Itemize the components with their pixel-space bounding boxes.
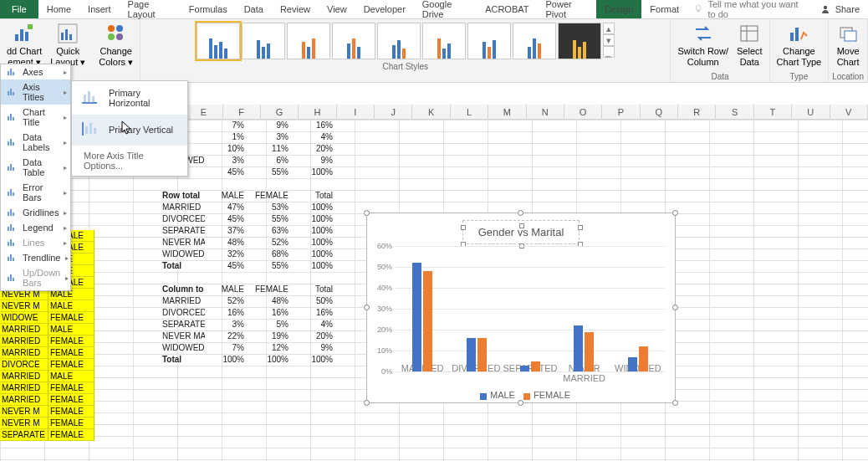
list-item[interactable]: NEVER MMALE — [0, 300, 94, 312]
chart-style-9[interactable] — [558, 23, 601, 59]
table-row[interactable]: MARRIED52%48%50% — [161, 295, 338, 307]
list-item[interactable]: MARRIEDFEMALE — [0, 336, 94, 347]
bar[interactable] — [531, 361, 540, 372]
chart-style-7[interactable] — [467, 23, 511, 59]
col-header[interactable]: Q — [641, 105, 678, 119]
col-header[interactable]: K — [412, 105, 450, 119]
col-header[interactable]: V — [830, 105, 868, 119]
resize-handle[interactable] — [518, 400, 523, 406]
menu-item-axis-titles[interactable]: Axis Titles▸ — [1, 79, 70, 105]
tab-formulas[interactable]: Formulas — [181, 0, 236, 18]
col-header[interactable]: T — [754, 105, 792, 119]
col-header[interactable]: H — [299, 105, 336, 119]
col-header[interactable]: L — [451, 105, 488, 119]
plot-area[interactable]: 0%10%20%30%40%50%60%MARRIEDDIVORCEDSEPAR… — [396, 246, 665, 371]
gallery-scroll-up-icon[interactable]: ▴ — [603, 23, 615, 34]
table-row[interactable]: SEPARATE3%5%4% — [161, 319, 338, 330]
bar-group[interactable] — [396, 246, 449, 371]
col-header[interactable]: E — [185, 105, 222, 119]
change-colors-button[interactable]: Change Colors ▾ — [95, 21, 136, 69]
change-chart-type-button[interactable]: Change Chart Type — [774, 21, 825, 69]
more-axis-title-options[interactable]: More Axis Title Options... — [72, 145, 187, 176]
menu-item-error-bars[interactable]: Error Bars▸ — [1, 180, 70, 205]
bar[interactable] — [639, 346, 648, 371]
table-row[interactable] — [161, 178, 338, 190]
resize-handle[interactable] — [672, 400, 678, 406]
tab-data[interactable]: Data — [236, 0, 272, 18]
col-header[interactable]: J — [375, 105, 412, 119]
chart-style-8[interactable] — [513, 23, 556, 59]
resize-handle[interactable] — [364, 400, 370, 406]
menu-item-trendline[interactable]: Trendline▸ — [1, 250, 70, 265]
add-chart-element-button[interactable]: dd Chart ement ▾ — [3, 21, 45, 69]
move-chart-button[interactable]: Move Chart — [834, 21, 863, 69]
list-item[interactable]: SEPARATEFEMALE — [0, 429, 94, 441]
bar[interactable] — [467, 338, 476, 371]
chart-style-1[interactable] — [197, 23, 240, 59]
table-row[interactable]: NEVER MA48%52%100% — [161, 237, 338, 248]
title-handle[interactable] — [461, 225, 466, 230]
primary-horizontal-item[interactable]: Primary Horizontal — [72, 81, 187, 115]
bar[interactable] — [423, 271, 432, 371]
table-row[interactable]: Column toMALEFEMALETotal — [161, 284, 338, 295]
table-row[interactable]: Total45%55%100% — [161, 260, 338, 272]
bar-group[interactable] — [611, 246, 665, 371]
table-row[interactable]: WIDOWED32%68%100% — [161, 248, 338, 260]
col-header[interactable]: U — [792, 105, 830, 119]
table-row[interactable]: DIVORCED45%55%100% — [161, 213, 338, 225]
col-header[interactable]: R — [678, 105, 716, 119]
chart-legend[interactable]: MALEFEMALE — [367, 390, 675, 400]
col-header[interactable]: M — [488, 105, 526, 119]
list-item[interactable]: MARRIEDMALE — [0, 324, 94, 336]
list-item[interactable]: MARRIEDFEMALE — [0, 382, 94, 394]
tab-home[interactable]: Home — [38, 0, 79, 18]
tell-me[interactable]: Tell me what you want to do — [687, 0, 811, 18]
menu-item-chart-title[interactable]: Chart Title▸ — [1, 105, 70, 130]
tab-power-pivot[interactable]: Power Pivot — [537, 0, 596, 18]
embedded-chart[interactable]: Gender vs Marital 0%10%20%30%40%50%60%MA… — [366, 213, 676, 403]
table-row[interactable]: Row totalMALEFEMALETotal — [161, 190, 338, 202]
col-header[interactable]: S — [716, 105, 753, 119]
tab-design[interactable]: Design — [596, 0, 641, 18]
list-item[interactable]: WIDOWEFEMALE — [0, 312, 94, 324]
chart-style-2[interactable] — [242, 23, 285, 59]
table-row[interactable]: Total100%100%100% — [161, 354, 338, 366]
tab-page-layout[interactable]: Page Layout — [120, 0, 181, 18]
tab-google-drive[interactable]: Google Drive — [414, 0, 477, 18]
share-button[interactable]: Share — [812, 0, 868, 18]
tab-review[interactable]: Review — [272, 0, 319, 18]
col-header[interactable]: I — [337, 105, 375, 119]
menu-item-data-table[interactable]: Data Table▸ — [1, 155, 70, 180]
tab-view[interactable]: View — [319, 0, 355, 18]
bar[interactable] — [574, 325, 583, 371]
chart-style-4[interactable] — [332, 23, 375, 59]
resize-handle[interactable] — [672, 210, 678, 216]
title-handle[interactable] — [519, 223, 524, 228]
chart-style-3[interactable] — [287, 23, 330, 59]
menu-item-axes[interactable]: Axes▸ — [1, 64, 70, 79]
bar[interactable] — [628, 357, 637, 372]
gallery-more-icon[interactable]: ⎯ — [603, 46, 615, 58]
bar[interactable] — [412, 263, 421, 371]
bar[interactable] — [477, 338, 487, 371]
switch-row-column-button[interactable]: Switch Row/ Column — [674, 21, 732, 69]
list-item[interactable]: DIVORCEFEMALE — [0, 359, 94, 371]
menu-item-gridlines[interactable]: Gridlines▸ — [1, 205, 70, 220]
primary-vertical-item[interactable]: Primary Vertical — [72, 115, 187, 145]
bar-group[interactable] — [503, 246, 557, 371]
tab-file[interactable]: File — [0, 0, 38, 18]
quick-layout-button[interactable]: Quick Layout ▾ — [47, 21, 89, 69]
bar[interactable] — [520, 366, 529, 372]
list-item[interactable]: NEVER MFEMALE — [0, 417, 94, 429]
list-item[interactable]: MARRIEDMALE — [0, 371, 94, 382]
tab-acrobat[interactable]: ACROBAT — [477, 0, 537, 18]
table-row[interactable]: MARRIED47%53%100% — [161, 202, 338, 213]
resize-handle[interactable] — [672, 305, 678, 310]
tab-developer[interactable]: Developer — [355, 0, 414, 18]
bar-group[interactable] — [449, 246, 503, 371]
resize-handle[interactable] — [364, 210, 370, 216]
menu-item-data-labels[interactable]: Data Labels▸ — [1, 130, 70, 155]
table-row[interactable]: SEPARATE37%63%100% — [161, 225, 338, 237]
table-row[interactable] — [161, 272, 338, 284]
chart-style-6[interactable] — [422, 23, 466, 59]
